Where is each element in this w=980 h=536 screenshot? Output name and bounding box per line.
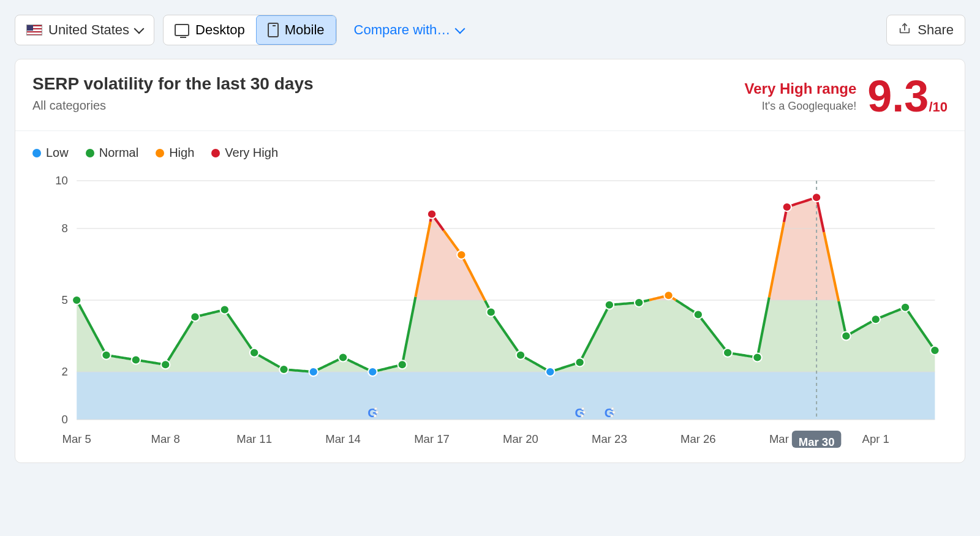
svg-point-48 xyxy=(581,415,584,417)
svg-point-26 xyxy=(516,351,525,360)
device-label: Desktop xyxy=(195,22,245,38)
toolbar: United States Desktop Mobile Compare wit… xyxy=(15,15,965,45)
svg-point-31 xyxy=(664,291,673,300)
svg-point-14 xyxy=(161,360,170,369)
svg-point-51 xyxy=(612,411,615,413)
svg-text:Mar 23: Mar 23 xyxy=(592,432,627,445)
country-selector[interactable]: United States xyxy=(15,15,154,45)
legend-label: Very High xyxy=(225,146,278,160)
svg-text:Apr 1: Apr 1 xyxy=(862,432,889,445)
svg-point-35 xyxy=(783,203,791,211)
svg-point-20 xyxy=(339,353,347,362)
legend-label: Normal xyxy=(99,146,138,160)
share-button[interactable]: Share xyxy=(886,15,965,45)
range-label: Very High range xyxy=(745,80,857,97)
svg-text:Mar 8: Mar 8 xyxy=(151,432,179,445)
svg-text:Mar 20: Mar 20 xyxy=(503,432,538,445)
svg-point-28 xyxy=(575,358,584,366)
svg-point-22 xyxy=(398,360,406,369)
svg-point-37 xyxy=(842,332,850,341)
score-denominator: /10 xyxy=(929,99,948,115)
volatility-card: SERP volatility for the last 30 days All… xyxy=(15,59,965,463)
legend-dot xyxy=(86,149,94,157)
svg-point-11 xyxy=(72,296,81,304)
legend-item-veryhigh[interactable]: Very High xyxy=(211,146,278,160)
svg-point-12 xyxy=(102,351,110,360)
svg-point-21 xyxy=(368,368,377,376)
score-value: 9.3 xyxy=(867,72,929,121)
legend-item-normal[interactable]: Normal xyxy=(86,146,138,160)
chevron-down-icon xyxy=(456,25,464,35)
svg-text:0: 0 xyxy=(61,413,67,426)
mobile-icon xyxy=(268,23,279,37)
country-label: United States xyxy=(48,22,129,38)
svg-point-19 xyxy=(309,368,318,376)
range-caption: It's a Googlequake! xyxy=(745,100,857,113)
svg-point-34 xyxy=(753,353,761,362)
legend-label: Low xyxy=(46,146,69,160)
compare-label: Compare with… xyxy=(354,22,451,38)
svg-text:Mar 5: Mar 5 xyxy=(62,432,91,445)
svg-point-15 xyxy=(190,312,199,321)
device-option-desktop[interactable]: Desktop xyxy=(164,15,256,45)
compare-with-link[interactable]: Compare with… xyxy=(354,22,464,38)
svg-point-47 xyxy=(583,411,586,413)
svg-point-40 xyxy=(930,346,939,355)
device-label: Mobile xyxy=(285,22,325,38)
svg-point-44 xyxy=(374,415,376,417)
svg-point-18 xyxy=(279,365,288,374)
legend-label: High xyxy=(169,146,194,160)
svg-text:Mar 26: Mar 26 xyxy=(680,432,716,445)
volatility-chart[interactable]: 025810GGGMar 5Mar 8Mar 11Mar 14Mar 17Mar… xyxy=(32,175,948,456)
svg-point-23 xyxy=(428,210,436,219)
svg-text:Mar 11: Mar 11 xyxy=(236,432,272,445)
svg-point-43 xyxy=(376,411,379,413)
desktop-icon xyxy=(175,24,189,36)
card-subtitle: All categories xyxy=(32,99,314,113)
svg-point-33 xyxy=(723,349,732,357)
chart-legend: Low Normal High Very High xyxy=(32,146,948,160)
svg-point-17 xyxy=(250,349,258,357)
svg-point-52 xyxy=(611,415,613,417)
svg-point-16 xyxy=(221,306,229,314)
legend-item-low[interactable]: Low xyxy=(32,146,69,160)
svg-point-29 xyxy=(605,301,614,309)
share-icon xyxy=(898,21,911,39)
svg-text:Mar 14: Mar 14 xyxy=(325,432,361,445)
us-flag-icon xyxy=(26,25,42,36)
svg-text:2: 2 xyxy=(61,365,67,378)
svg-point-36 xyxy=(812,193,821,202)
svg-point-13 xyxy=(132,356,140,364)
svg-point-50 xyxy=(611,407,614,410)
svg-text:10: 10 xyxy=(55,175,68,187)
legend-dot xyxy=(211,149,220,157)
legend-item-high[interactable]: High xyxy=(156,146,194,160)
svg-point-32 xyxy=(694,310,703,319)
card-header: SERP volatility for the last 30 days All… xyxy=(15,59,965,131)
svg-text:5: 5 xyxy=(61,293,67,306)
legend-dot xyxy=(156,149,164,157)
svg-point-46 xyxy=(582,407,584,410)
svg-point-27 xyxy=(546,368,554,376)
svg-text:Mar 17: Mar 17 xyxy=(414,432,450,445)
share-label: Share xyxy=(918,22,954,38)
device-option-mobile[interactable]: Mobile xyxy=(256,15,336,45)
chevron-down-icon xyxy=(135,25,143,35)
svg-text:Mar 30: Mar 30 xyxy=(799,436,835,448)
svg-point-39 xyxy=(901,303,910,312)
legend-dot xyxy=(32,149,41,157)
svg-point-38 xyxy=(872,315,880,323)
svg-point-42 xyxy=(374,407,377,410)
card-title: SERP volatility for the last 30 days xyxy=(32,74,314,94)
svg-point-30 xyxy=(635,298,643,307)
score-block: Very High range It's a Googlequake! 9.3/… xyxy=(745,74,948,118)
svg-text:8: 8 xyxy=(61,222,67,235)
svg-point-24 xyxy=(457,251,466,259)
device-toggle: Desktop Mobile xyxy=(163,15,337,45)
svg-point-25 xyxy=(486,308,495,317)
